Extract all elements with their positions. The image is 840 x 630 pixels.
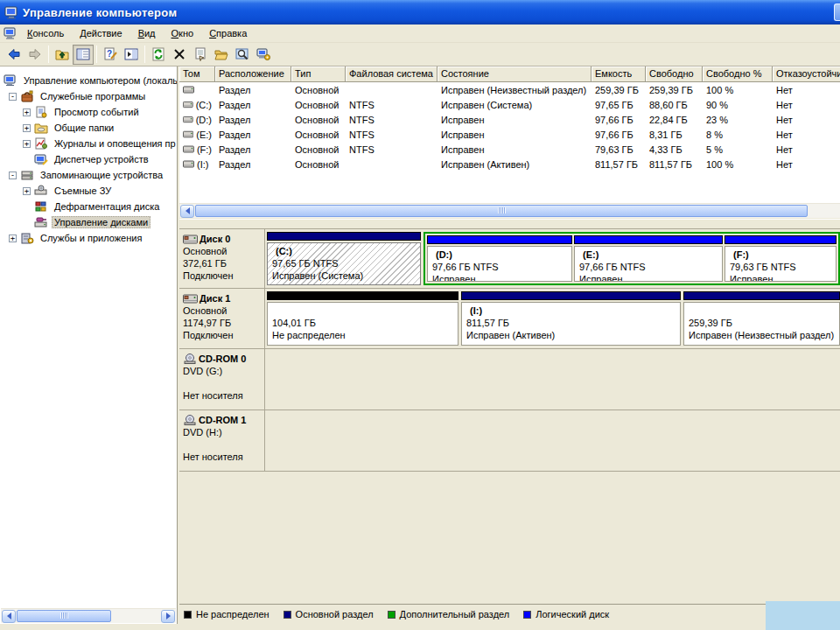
expand-toggle[interactable]: +: [23, 187, 31, 195]
tree-item-services-and-applications[interactable]: + Службы и приложения: [0, 230, 177, 246]
primary-partition-bar: [683, 291, 840, 300]
manage-computer-button[interactable]: [253, 45, 274, 65]
background-window-corner: [766, 601, 840, 630]
scroll-track[interactable]: [195, 204, 840, 219]
partition-e[interactable]: (E:) 97,66 ГБ NTFS Исправен: [574, 235, 723, 282]
column-header-capacity[interactable]: Емкость: [592, 66, 646, 82]
up-one-level-button[interactable]: [52, 45, 73, 65]
menu-bar: Консоль Действие Вид Окно Справка: [0, 24, 840, 43]
tree-item-disk-management[interactable]: Управление дисками: [0, 214, 177, 230]
volume-row[interactable]: (D:) РазделОсновнойNTFSИсправен97,66 ГБ2…: [179, 112, 840, 127]
unallocated-space[interactable]: 104,01 ГБ Не распределен: [267, 291, 458, 346]
services-icon: [20, 232, 34, 244]
primary-partition-bar: [267, 232, 421, 241]
collapse-toggle[interactable]: -: [9, 172, 17, 179]
help-topics-button[interactable]: ?: [100, 45, 121, 65]
console-window-icon[interactable]: [4, 27, 18, 40]
forward-icon: [28, 47, 42, 61]
expand-toggle[interactable]: +: [9, 234, 17, 242]
tree-item-removable-storage[interactable]: + Съемные ЗУ: [0, 183, 177, 199]
expand-toggle[interactable]: +: [23, 140, 31, 148]
refresh-icon: [151, 47, 165, 61]
volume-row[interactable]: (E:) РазделОсновнойNTFSИсправен97,66 ГБ8…: [179, 127, 840, 142]
partition-d[interactable]: (D:) 97,66 ГБ NTFS Исправен: [427, 235, 572, 282]
disk-1-label[interactable]: Диск 1 Основной 1174,97 ГБ Подключен: [179, 289, 265, 348]
tree-item-storage[interactable]: - Запоминающие устройства: [0, 167, 177, 183]
column-header-free-pct[interactable]: Свободно %: [703, 66, 773, 82]
tree-item-shared-folders[interactable]: + Общие папки: [0, 120, 177, 136]
partition-f[interactable]: (F:) 79,63 ГБ NTFS Исправен: [724, 235, 836, 282]
scroll-left-button[interactable]: [180, 205, 194, 218]
back-icon: [7, 47, 21, 61]
console-tree: Управление компьютером (локаль - Служебн…: [0, 66, 177, 246]
menu-console[interactable]: Консоль: [19, 26, 72, 40]
window-title: Управление компьютером: [23, 6, 177, 19]
partition-unknown[interactable]: 259,39 ГБ Исправен (Неизвестный раздел): [683, 291, 840, 346]
legend-bar: Не распределен Основной раздел Дополните…: [179, 604, 840, 624]
find-button[interactable]: [232, 45, 253, 65]
open-folder-button[interactable]: [211, 45, 232, 65]
console-tree-icon: [76, 48, 90, 60]
menu-view[interactable]: Вид: [130, 26, 164, 40]
logical-disk-swatch: [523, 611, 531, 619]
volume-icon: [183, 101, 193, 109]
window-control-sliver[interactable]: [834, 4, 840, 21]
volume-row[interactable]: (I:) РазделОсновнойИсправен (Активен)811…: [179, 157, 840, 172]
scroll-track[interactable]: [17, 609, 160, 624]
panel-icon: [124, 48, 138, 60]
column-header-status[interactable]: Состояние: [438, 66, 592, 82]
legend-extended-partition: Дополнительный раздел: [388, 609, 510, 620]
show-panel-button[interactable]: [121, 45, 142, 65]
column-header-type[interactable]: Тип: [291, 66, 346, 82]
column-header-free[interactable]: Свободно: [646, 66, 703, 82]
refresh-button[interactable]: [148, 45, 169, 65]
column-header-volume[interactable]: Том: [179, 66, 215, 82]
forward-button[interactable]: [24, 45, 46, 65]
delete-button[interactable]: [169, 45, 190, 65]
volume-row[interactable]: (C:) РазделОсновнойNTFSИсправен (Система…: [179, 97, 840, 112]
column-header-layout[interactable]: Расположение: [215, 66, 291, 82]
cdrom-0-label[interactable]: CD-ROM 0 DVD (G:) Нет носителя: [179, 349, 265, 410]
menu-window[interactable]: Окно: [164, 26, 202, 40]
disk-icon: [183, 234, 198, 244]
manage-computer-icon: [256, 47, 270, 61]
volume-list: Том Расположение Тип Файловая система Со…: [179, 66, 840, 203]
tree-item-disk-defragmenter[interactable]: Дефрагментация диска: [0, 199, 177, 214]
tree-item-device-manager[interactable]: Диспетчер устройств: [0, 151, 177, 167]
partition-c[interactable]: (C:) 97,65 ГБ NTFS Исправен (Система): [267, 232, 421, 285]
tree-item-performance-logs[interactable]: + Журналы и оповещения пр: [0, 136, 177, 151]
column-header-filesystem[interactable]: Файловая система: [346, 66, 438, 82]
expand-toggle[interactable]: +: [23, 124, 31, 132]
show-hide-console-tree-button[interactable]: [73, 45, 94, 65]
disk-management-icon: [34, 216, 48, 228]
scroll-thumb[interactable]: [195, 205, 808, 217]
storage-icon: [20, 169, 34, 181]
back-button[interactable]: [4, 45, 24, 65]
disk-0-label[interactable]: Диск 0 Основной 372,61 ГБ Подключен: [179, 229, 265, 288]
collapse-toggle[interactable]: -: [9, 93, 17, 101]
partition-i[interactable]: (I:) 811,57 ГБ Исправен (Активен): [461, 291, 681, 346]
cdrom-icon: [183, 354, 197, 364]
menu-action[interactable]: Действие: [72, 26, 130, 40]
legend-logical-disk: Логический диск: [523, 609, 609, 620]
menu-help[interactable]: Справка: [201, 26, 255, 40]
scroll-right-button[interactable]: [161, 610, 175, 623]
system-tools-icon: [20, 90, 34, 102]
properties-button[interactable]: [190, 45, 211, 65]
column-header-fault-tolerance[interactable]: Отказоустойчивость: [773, 66, 840, 82]
help-notes-icon: ?: [103, 47, 117, 61]
unallocated-bar: [267, 291, 458, 300]
scroll-left-button[interactable]: [2, 610, 16, 623]
cdrom-1-label[interactable]: CD-ROM 1 DVD (H:) Нет носителя: [179, 410, 265, 471]
scroll-thumb[interactable]: [17, 610, 111, 622]
expand-toggle[interactable]: +: [23, 108, 31, 116]
disk-graphical-view: Диск 0 Основной 372,61 ГБ Подключен (C:)…: [179, 219, 840, 604]
volume-row[interactable]: РазделОсновнойИсправен (Неизвестный разд…: [179, 82, 840, 97]
tree-item-computer-management[interactable]: Управление компьютером (локаль: [0, 73, 177, 88]
magnifier-icon: [235, 47, 249, 61]
volume-row[interactable]: (F:) РазделОсновнойNTFSИсправен79,63 ГБ4…: [179, 142, 840, 157]
performance-logs-icon: [34, 137, 48, 150]
tree-item-event-viewer[interactable]: + Просмотр событий: [0, 104, 177, 120]
tree-item-system-tools[interactable]: - Служебные программы: [0, 88, 177, 104]
cdrom-1-row: CD-ROM 1 DVD (H:) Нет носителя: [179, 410, 840, 472]
